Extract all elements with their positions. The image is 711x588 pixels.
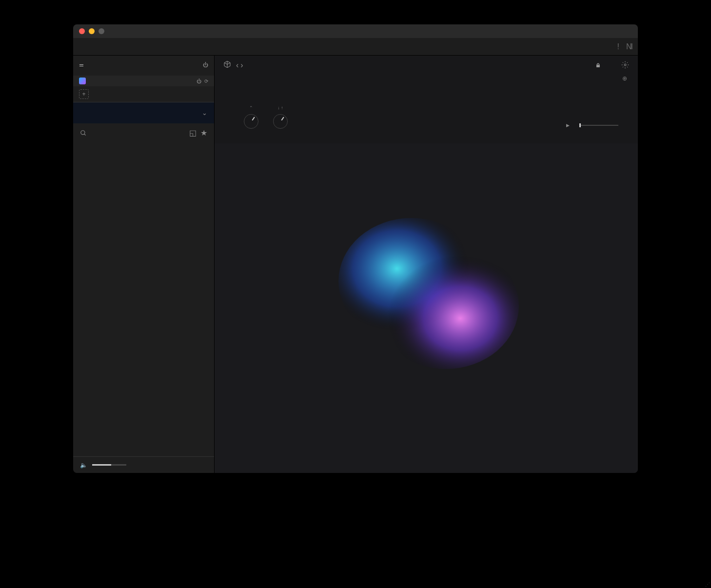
alert-icon[interactable]: ! — [617, 42, 619, 51]
close-window-button[interactable] — [79, 28, 85, 34]
instrument-panel — [215, 143, 638, 473]
gear-icon[interactable] — [621, 61, 629, 70]
strum-arrows-icon: ↓ ↑ — [277, 105, 283, 110]
sliders-icon: ⚌ — [79, 61, 84, 68]
up-arrow-icon: ⌃ — [249, 105, 253, 110]
chord-ring-row — [215, 82, 638, 96]
ni-logo-icon[interactable]: NI — [626, 42, 632, 51]
svg-point-2 — [624, 64, 626, 66]
svg-point-0 — [81, 130, 85, 134]
chevron-down-icon: ⌄ — [202, 109, 207, 117]
favorites-filter-icon[interactable]: ★ — [200, 128, 207, 137]
chord-controls: ⌃ ↓ ↑ ▶ — [215, 96, 638, 143]
svg-point-4 — [373, 242, 519, 369]
main-panel: ‹ › 🔒︎ ⊕ — [215, 56, 638, 473]
tool-power-button[interactable]: ⏻ — [203, 62, 208, 68]
minimize-window-button[interactable] — [89, 28, 95, 34]
chords-header: ‹ › 🔒︎ — [215, 56, 638, 75]
sidebar-footer: 🔈 — [73, 456, 214, 473]
search-input[interactable] — [91, 130, 185, 137]
titlebar — [73, 24, 638, 38]
volume-knob[interactable] — [606, 435, 627, 456]
position-slider[interactable] — [579, 125, 618, 126]
maximize-window-button[interactable] — [99, 28, 104, 34]
user-filter-icon[interactable]: ◱ — [189, 128, 197, 137]
strum-knob[interactable] — [273, 114, 288, 129]
library-header[interactable]: ⌄ — [73, 102, 214, 123]
tool-row[interactable]: ⚌ ⏻ — [73, 59, 214, 70]
strum-control[interactable]: ↓ ↑ — [273, 105, 288, 132]
humanize-control[interactable]: ⌃ — [244, 105, 258, 132]
app-window: ! NI ⚌ ⏻ ⏻ ⟳ — [73, 24, 638, 473]
preview-volume-slider[interactable] — [92, 464, 126, 466]
volume-icon: 🔈 — [80, 462, 87, 469]
search-row: ◱ ★ — [73, 123, 214, 142]
tool-section-label — [73, 56, 214, 59]
volume-knob-block — [606, 435, 627, 460]
instr-power-button[interactable]: ⏻ — [197, 78, 201, 84]
lock-icon[interactable]: 🔒︎ — [595, 62, 601, 68]
svg-line-1 — [84, 134, 86, 135]
window-controls — [79, 28, 104, 34]
search-icon — [80, 130, 87, 137]
target-icon[interactable]: ⊕ — [622, 75, 627, 82]
cube-icon[interactable] — [223, 60, 231, 70]
instruments-section-label — [73, 72, 214, 76]
instrument-thumb-icon — [79, 78, 86, 84]
instr-reload-button[interactable]: ⟳ — [204, 78, 208, 84]
play-icon[interactable]: ▶ — [566, 123, 570, 128]
visualizer — [225, 152, 627, 430]
instrument-controls — [225, 430, 627, 464]
preset-list — [73, 142, 214, 456]
humanize-knob[interactable] — [244, 114, 258, 129]
sidebar: ⚌ ⏻ ⏻ ⟳ + ⌄ — [73, 56, 215, 473]
add-instrument-button[interactable]: + — [79, 89, 89, 99]
instrument-slot[interactable]: ⏻ ⟳ — [73, 76, 214, 86]
next-preset-button[interactable]: › — [240, 61, 243, 70]
prev-preset-button[interactable]: ‹ — [236, 61, 238, 70]
top-nav: ! NI — [73, 38, 638, 56]
